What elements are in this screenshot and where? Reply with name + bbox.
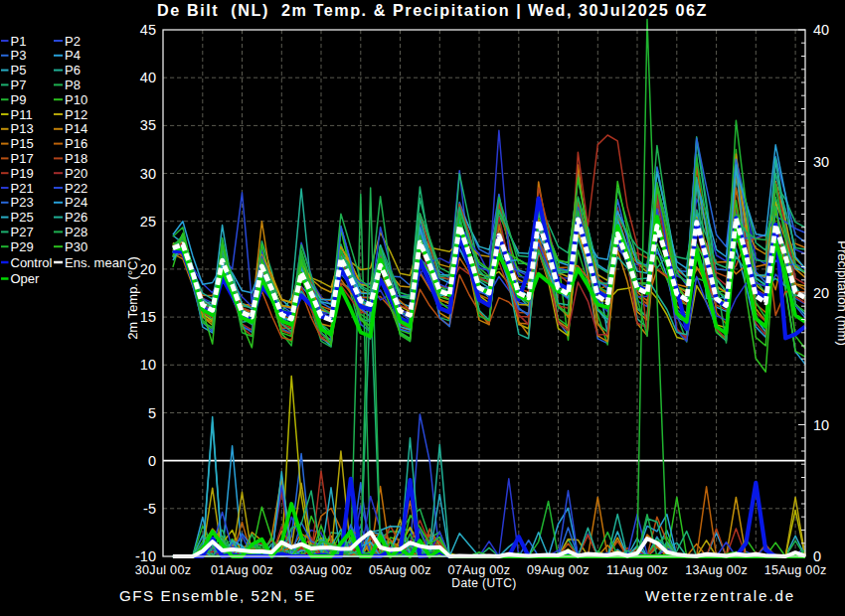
svg-text:30: 30 [140, 166, 156, 182]
svg-text:P12: P12 [65, 107, 87, 122]
svg-text:11Aug 00z: 11Aug 00z [606, 563, 668, 577]
svg-text:P3: P3 [11, 48, 27, 63]
svg-text:Date (UTC): Date (UTC) [451, 576, 516, 590]
svg-text:30: 30 [813, 154, 829, 170]
svg-text:Precipitation (mm): Precipitation (mm) [835, 240, 845, 345]
svg-text:P9: P9 [11, 92, 27, 107]
svg-text:P24: P24 [65, 195, 87, 210]
svg-text:15: 15 [140, 309, 156, 325]
svg-text:De Bilt (NL) 2m Temp. & Prec: De Bilt (NL) 2m Temp. & Precipitation | … [157, 1, 708, 19]
svg-text:15Aug 00z: 15Aug 00z [764, 563, 827, 577]
svg-text:P4: P4 [65, 48, 81, 63]
svg-text:P10: P10 [65, 92, 87, 107]
svg-text:P19: P19 [11, 166, 34, 181]
svg-text:13Aug 00z: 13Aug 00z [685, 563, 748, 577]
svg-text:P23: P23 [11, 195, 34, 210]
svg-text:40: 40 [140, 70, 156, 85]
svg-text:Ens. mean: Ens. mean [65, 255, 126, 270]
svg-text:P8: P8 [65, 77, 81, 92]
svg-text:09Aug 00z: 09Aug 00z [527, 563, 590, 577]
svg-text:P30: P30 [65, 239, 87, 254]
svg-text:10: 10 [813, 417, 829, 433]
svg-text:20: 20 [813, 285, 829, 301]
svg-text:P7: P7 [11, 77, 27, 92]
svg-text:45: 45 [140, 22, 156, 38]
svg-text:P2: P2 [65, 34, 81, 49]
svg-text:-5: -5 [143, 501, 156, 517]
svg-text:5: 5 [148, 405, 156, 421]
svg-text:P16: P16 [65, 136, 87, 151]
svg-text:07Aug 00z: 07Aug 00z [448, 563, 511, 577]
svg-text:P26: P26 [65, 210, 87, 225]
svg-text:P15: P15 [11, 136, 34, 151]
svg-text:P29: P29 [11, 239, 34, 254]
svg-text:P14: P14 [65, 121, 87, 136]
svg-text:Oper: Oper [11, 271, 41, 286]
svg-text:05Aug 00z: 05Aug 00z [369, 563, 431, 577]
svg-text:03Aug 00z: 03Aug 00z [290, 563, 353, 577]
svg-text:-10: -10 [135, 548, 156, 564]
svg-text:Wetterzentrale.de: Wetterzentrale.de [645, 587, 795, 604]
svg-text:P5: P5 [11, 63, 27, 77]
svg-text:P11: P11 [11, 107, 33, 122]
svg-text:P17: P17 [11, 151, 34, 166]
svg-text:P28: P28 [65, 225, 87, 239]
svg-text:P27: P27 [11, 225, 34, 239]
svg-text:10: 10 [140, 357, 156, 373]
svg-text:30Jul 00z: 30Jul 00z [135, 563, 192, 577]
svg-text:P6: P6 [65, 63, 81, 77]
svg-text:2m Temp. (°C): 2m Temp. (°C) [125, 256, 140, 340]
svg-text:0: 0 [813, 548, 821, 564]
svg-text:P20: P20 [65, 166, 87, 181]
svg-text:Control: Control [11, 255, 53, 270]
svg-text:P18: P18 [65, 151, 87, 166]
svg-text:25: 25 [140, 214, 156, 230]
svg-text:P13: P13 [11, 121, 34, 136]
svg-text:GFS Ensemble, 52N, 5E: GFS Ensemble, 52N, 5E [119, 587, 316, 604]
svg-text:01Aug 00z: 01Aug 00z [211, 563, 273, 577]
svg-text:40: 40 [813, 22, 829, 38]
svg-text:P1: P1 [11, 34, 27, 49]
svg-text:20: 20 [140, 261, 156, 277]
svg-text:0: 0 [148, 453, 156, 469]
svg-text:35: 35 [140, 117, 156, 133]
svg-text:P25: P25 [11, 210, 34, 225]
svg-text:P22: P22 [65, 181, 87, 196]
svg-text:P21: P21 [11, 181, 34, 196]
